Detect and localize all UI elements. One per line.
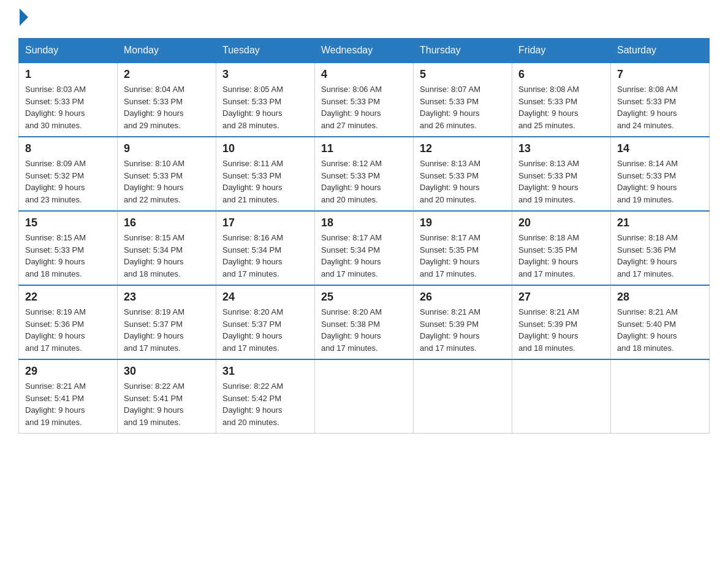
calendar-week-row: 22 Sunrise: 8:19 AM Sunset: 5:36 PM Dayl… (19, 285, 710, 359)
day-info: Sunrise: 8:03 AM Sunset: 5:33 PM Dayligh… (25, 83, 111, 131)
day-info: Sunrise: 8:20 AM Sunset: 5:37 PM Dayligh… (222, 306, 308, 354)
logo-triangle-icon (20, 9, 28, 26)
day-header-thursday: Thursday (414, 39, 512, 63)
calendar-header: SundayMondayTuesdayWednesdayThursdayFrid… (19, 39, 710, 63)
day-number: 7 (617, 68, 703, 81)
day-info: Sunrise: 8:07 AM Sunset: 5:33 PM Dayligh… (420, 83, 506, 131)
day-info: Sunrise: 8:13 AM Sunset: 5:33 PM Dayligh… (518, 158, 604, 205)
day-number: 28 (617, 291, 703, 304)
day-number: 20 (518, 216, 604, 229)
calendar-cell: 25 Sunrise: 8:20 AM Sunset: 5:38 PM Dayl… (315, 285, 414, 359)
calendar-week-row: 1 Sunrise: 8:03 AM Sunset: 5:33 PM Dayli… (19, 63, 710, 137)
calendar-cell: 18 Sunrise: 8:17 AM Sunset: 5:34 PM Dayl… (315, 211, 414, 285)
day-info: Sunrise: 8:16 AM Sunset: 5:34 PM Dayligh… (222, 232, 308, 280)
day-header-saturday: Saturday (611, 39, 710, 63)
day-number: 22 (25, 291, 111, 304)
calendar-cell: 26 Sunrise: 8:21 AM Sunset: 5:39 PM Dayl… (414, 285, 512, 359)
day-number: 16 (124, 216, 210, 229)
calendar-cell: 22 Sunrise: 8:19 AM Sunset: 5:36 PM Dayl… (19, 285, 118, 359)
calendar-cell: 30 Sunrise: 8:22 AM Sunset: 5:41 PM Dayl… (118, 359, 216, 434)
calendar-cell: 12 Sunrise: 8:13 AM Sunset: 5:33 PM Dayl… (414, 137, 512, 211)
day-number: 29 (25, 365, 111, 378)
day-number: 21 (617, 216, 703, 229)
page-header (18, 12, 710, 26)
calendar-body: 1 Sunrise: 8:03 AM Sunset: 5:33 PM Dayli… (19, 63, 710, 434)
day-number: 10 (222, 142, 308, 155)
day-number: 17 (222, 216, 308, 229)
calendar-cell: 8 Sunrise: 8:09 AM Sunset: 5:32 PM Dayli… (19, 137, 118, 211)
calendar-cell: 11 Sunrise: 8:12 AM Sunset: 5:33 PM Dayl… (315, 137, 414, 211)
day-info: Sunrise: 8:15 AM Sunset: 5:33 PM Dayligh… (25, 232, 111, 280)
calendar-cell: 5 Sunrise: 8:07 AM Sunset: 5:33 PM Dayli… (414, 63, 512, 137)
day-number: 2 (124, 68, 210, 81)
calendar-cell: 20 Sunrise: 8:18 AM Sunset: 5:35 PM Dayl… (512, 211, 611, 285)
calendar-cell: 16 Sunrise: 8:15 AM Sunset: 5:34 PM Dayl… (118, 211, 216, 285)
day-number: 9 (124, 142, 210, 155)
day-header-friday: Friday (512, 39, 611, 63)
calendar-cell (315, 359, 414, 434)
day-info: Sunrise: 8:21 AM Sunset: 5:39 PM Dayligh… (518, 306, 604, 354)
day-info: Sunrise: 8:18 AM Sunset: 5:35 PM Dayligh… (518, 232, 604, 280)
calendar-week-row: 29 Sunrise: 8:21 AM Sunset: 5:41 PM Dayl… (19, 359, 710, 434)
day-info: Sunrise: 8:21 AM Sunset: 5:40 PM Dayligh… (617, 306, 703, 354)
day-info: Sunrise: 8:04 AM Sunset: 5:33 PM Dayligh… (124, 83, 210, 131)
day-number: 30 (124, 365, 210, 378)
day-header-wednesday: Wednesday (315, 39, 414, 63)
days-header-row: SundayMondayTuesdayWednesdayThursdayFrid… (19, 39, 710, 63)
calendar-cell: 7 Sunrise: 8:08 AM Sunset: 5:33 PM Dayli… (611, 63, 710, 137)
calendar-week-row: 15 Sunrise: 8:15 AM Sunset: 5:33 PM Dayl… (19, 211, 710, 285)
day-number: 15 (25, 216, 111, 229)
calendar-cell: 24 Sunrise: 8:20 AM Sunset: 5:37 PM Dayl… (216, 285, 315, 359)
calendar-cell: 3 Sunrise: 8:05 AM Sunset: 5:33 PM Dayli… (216, 63, 315, 137)
day-number: 14 (617, 142, 703, 155)
calendar-cell: 1 Sunrise: 8:03 AM Sunset: 5:33 PM Dayli… (19, 63, 118, 137)
calendar-table: SundayMondayTuesdayWednesdayThursdayFrid… (18, 38, 710, 434)
day-info: Sunrise: 8:08 AM Sunset: 5:33 PM Dayligh… (518, 83, 604, 131)
day-number: 12 (420, 142, 506, 155)
calendar-cell: 17 Sunrise: 8:16 AM Sunset: 5:34 PM Dayl… (216, 211, 315, 285)
day-info: Sunrise: 8:21 AM Sunset: 5:39 PM Dayligh… (420, 306, 506, 354)
day-info: Sunrise: 8:05 AM Sunset: 5:33 PM Dayligh… (222, 83, 308, 131)
day-info: Sunrise: 8:15 AM Sunset: 5:34 PM Dayligh… (124, 232, 210, 280)
calendar-cell: 10 Sunrise: 8:11 AM Sunset: 5:33 PM Dayl… (216, 137, 315, 211)
calendar-cell: 28 Sunrise: 8:21 AM Sunset: 5:40 PM Dayl… (611, 285, 710, 359)
calendar-cell: 21 Sunrise: 8:18 AM Sunset: 5:36 PM Dayl… (611, 211, 710, 285)
calendar-cell: 15 Sunrise: 8:15 AM Sunset: 5:33 PM Dayl… (19, 211, 118, 285)
day-number: 13 (518, 142, 604, 155)
calendar-cell: 29 Sunrise: 8:21 AM Sunset: 5:41 PM Dayl… (19, 359, 118, 434)
day-info: Sunrise: 8:22 AM Sunset: 5:41 PM Dayligh… (124, 380, 210, 428)
day-info: Sunrise: 8:09 AM Sunset: 5:32 PM Dayligh… (25, 158, 111, 205)
calendar-cell (512, 359, 611, 434)
day-info: Sunrise: 8:12 AM Sunset: 5:33 PM Dayligh… (321, 158, 407, 205)
day-header-sunday: Sunday (19, 39, 118, 63)
calendar-cell: 27 Sunrise: 8:21 AM Sunset: 5:39 PM Dayl… (512, 285, 611, 359)
day-info: Sunrise: 8:06 AM Sunset: 5:33 PM Dayligh… (321, 83, 407, 131)
day-info: Sunrise: 8:14 AM Sunset: 5:33 PM Dayligh… (617, 158, 703, 205)
calendar-cell: 13 Sunrise: 8:13 AM Sunset: 5:33 PM Dayl… (512, 137, 611, 211)
day-number: 11 (321, 142, 407, 155)
day-info: Sunrise: 8:19 AM Sunset: 5:37 PM Dayligh… (124, 306, 210, 354)
calendar-cell: 4 Sunrise: 8:06 AM Sunset: 5:33 PM Dayli… (315, 63, 414, 137)
day-info: Sunrise: 8:10 AM Sunset: 5:33 PM Dayligh… (124, 158, 210, 205)
day-number: 26 (420, 291, 506, 304)
day-number: 25 (321, 291, 407, 304)
day-info: Sunrise: 8:08 AM Sunset: 5:33 PM Dayligh… (617, 83, 703, 131)
calendar-cell: 2 Sunrise: 8:04 AM Sunset: 5:33 PM Dayli… (118, 63, 216, 137)
day-header-monday: Monday (118, 39, 216, 63)
day-number: 19 (420, 216, 506, 229)
calendar-cell (611, 359, 710, 434)
day-info: Sunrise: 8:18 AM Sunset: 5:36 PM Dayligh… (617, 232, 703, 280)
day-number: 4 (321, 68, 407, 81)
day-info: Sunrise: 8:17 AM Sunset: 5:34 PM Dayligh… (321, 232, 407, 280)
calendar-cell: 23 Sunrise: 8:19 AM Sunset: 5:37 PM Dayl… (118, 285, 216, 359)
day-number: 5 (420, 68, 506, 81)
calendar-cell: 31 Sunrise: 8:22 AM Sunset: 5:42 PM Dayl… (216, 359, 315, 434)
calendar-cell (414, 359, 512, 434)
calendar-cell: 14 Sunrise: 8:14 AM Sunset: 5:33 PM Dayl… (611, 137, 710, 211)
logo (18, 12, 28, 26)
day-info: Sunrise: 8:17 AM Sunset: 5:35 PM Dayligh… (420, 232, 506, 280)
day-info: Sunrise: 8:21 AM Sunset: 5:41 PM Dayligh… (25, 380, 111, 428)
calendar-cell: 19 Sunrise: 8:17 AM Sunset: 5:35 PM Dayl… (414, 211, 512, 285)
day-number: 3 (222, 68, 308, 81)
calendar-cell: 9 Sunrise: 8:10 AM Sunset: 5:33 PM Dayli… (118, 137, 216, 211)
